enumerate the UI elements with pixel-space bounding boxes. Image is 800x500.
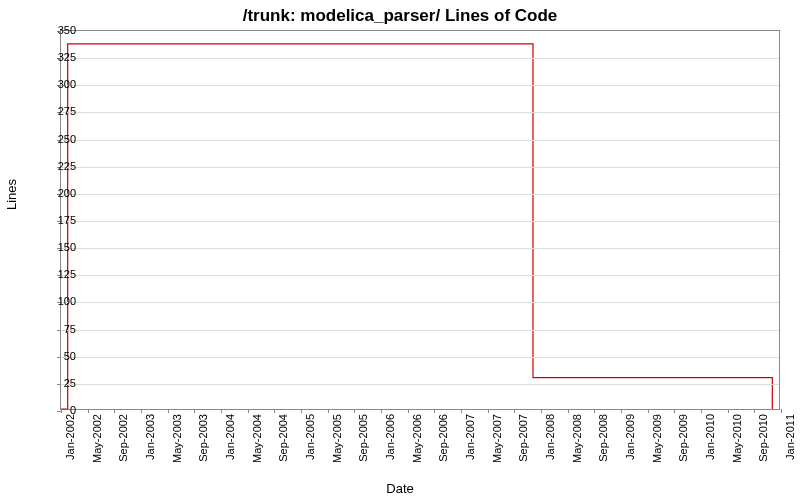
x-tick [88,409,89,413]
x-tick [594,409,595,413]
y-gridline [61,302,779,303]
y-gridline [61,58,779,59]
x-tick [514,409,515,413]
y-tick-label: 100 [46,295,76,307]
y-gridline [61,112,779,113]
y-gridline [61,167,779,168]
x-tick-label: Jan-2009 [624,414,636,460]
x-tick [674,409,675,413]
y-axis-label: Lines [4,179,19,210]
x-tick-label: May-2009 [651,414,663,463]
x-tick-label: May-2010 [731,414,743,463]
x-tick-label: Sep-2008 [597,414,609,462]
y-gridline [61,330,779,331]
y-tick-label: 275 [46,105,76,117]
y-tick-label: 200 [46,187,76,199]
x-tick [141,409,142,413]
x-tick-label: Sep-2010 [757,414,769,462]
y-gridline [61,140,779,141]
y-tick-label: 225 [46,160,76,172]
x-tick-label: Jan-2008 [544,414,556,460]
y-tick-label: 50 [46,350,76,362]
y-gridline [61,275,779,276]
x-tick-label: Jan-2006 [384,414,396,460]
y-gridline [61,194,779,195]
x-tick-label: Jan-2011 [784,414,796,460]
x-tick [461,409,462,413]
y-gridline [61,357,779,358]
y-tick-label: 325 [46,51,76,63]
x-tick [648,409,649,413]
x-tick [114,409,115,413]
x-tick [381,409,382,413]
y-tick-label: 125 [46,268,76,280]
x-tick [301,409,302,413]
x-tick [408,409,409,413]
y-gridline [61,221,779,222]
x-tick [328,409,329,413]
x-tick [434,409,435,413]
y-tick-label: 250 [46,133,76,145]
x-tick-label: Jan-2002 [64,414,76,460]
line-series [61,31,779,409]
x-tick-label: Sep-2007 [517,414,529,462]
x-tick-label: Jan-2003 [144,414,156,460]
x-tick [248,409,249,413]
y-tick-label: 300 [46,78,76,90]
x-tick-label: Jan-2007 [464,414,476,460]
x-tick [354,409,355,413]
x-tick-label: Sep-2009 [677,414,689,462]
x-tick-label: Jan-2010 [704,414,716,460]
x-tick [168,409,169,413]
plot-area [60,30,780,410]
x-tick [221,409,222,413]
y-tick-label: 150 [46,241,76,253]
x-tick [194,409,195,413]
x-tick [781,409,782,413]
x-tick [621,409,622,413]
x-tick-label: Sep-2005 [357,414,369,462]
x-tick-label: May-2007 [491,414,503,463]
y-tick-label: 350 [46,24,76,36]
x-tick-label: Jan-2004 [224,414,236,460]
y-tick-label: 175 [46,214,76,226]
x-tick-label: May-2003 [171,414,183,463]
chart-title: /trunk: modelica_parser/ Lines of Code [0,6,800,26]
x-tick-label: May-2006 [411,414,423,463]
x-tick [274,409,275,413]
x-tick-label: May-2008 [571,414,583,463]
x-tick-label: Sep-2003 [197,414,209,462]
x-tick [541,409,542,413]
x-tick [488,409,489,413]
x-tick [568,409,569,413]
x-tick [701,409,702,413]
x-tick-label: May-2004 [251,414,263,463]
y-gridline [61,85,779,86]
x-tick-label: Sep-2002 [117,414,129,462]
y-gridline [61,384,779,385]
x-tick [728,409,729,413]
x-axis-label: Date [0,481,800,496]
x-tick-label: Sep-2004 [277,414,289,462]
y-gridline [61,248,779,249]
x-tick-label: Sep-2006 [437,414,449,462]
x-tick-label: May-2002 [91,414,103,463]
y-tick-label: 25 [46,377,76,389]
x-tick-label: Jan-2005 [304,414,316,460]
y-tick-label: 75 [46,323,76,335]
x-tick [754,409,755,413]
x-tick-label: May-2005 [331,414,343,463]
